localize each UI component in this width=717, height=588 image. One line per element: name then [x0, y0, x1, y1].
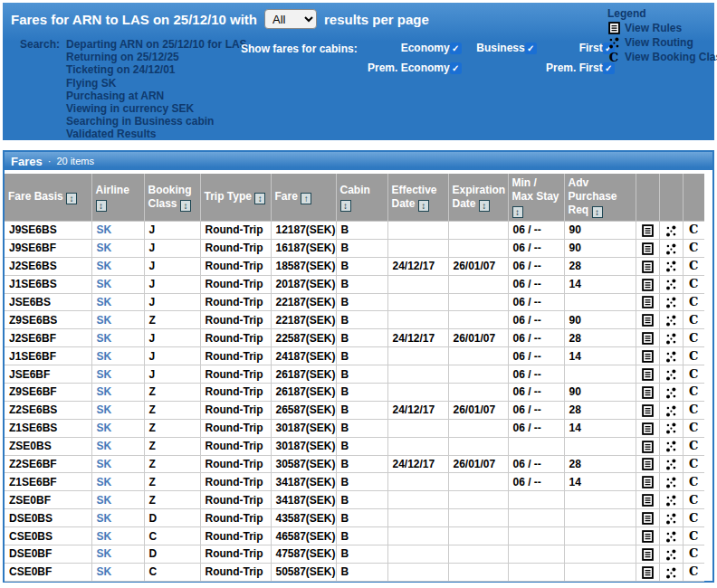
view-booking-class-button[interactable]: C [683, 545, 704, 564]
cabin-cell: B [336, 329, 387, 347]
view-routing-button[interactable] [659, 563, 683, 581]
sort-toggle-icon[interactable]: ↕ [479, 200, 490, 212]
view-booking-class-button[interactable]: C [683, 365, 704, 384]
view-routing-button[interactable] [659, 401, 683, 419]
airline-link[interactable]: SK [97, 458, 112, 470]
view-rules-button[interactable] [636, 222, 659, 240]
airline-link[interactable]: SK [97, 565, 112, 578]
view-routing-button[interactable] [659, 437, 683, 455]
view-booking-class-button[interactable]: C [683, 455, 704, 473]
view-routing-button[interactable] [659, 473, 683, 491]
view-routing-button[interactable] [659, 311, 683, 329]
airline-link[interactable]: SK [97, 440, 112, 452]
sort-toggle-icon[interactable]: ↕ [512, 206, 523, 218]
view-rules-button[interactable] [636, 419, 659, 437]
view-booking-class-button[interactable]: C [683, 473, 704, 491]
airline-link[interactable]: SK [97, 512, 112, 525]
sort-toggle-icon[interactable]: ↕ [340, 200, 351, 212]
view-booking-class-button[interactable]: C [683, 222, 704, 240]
view-routing-button[interactable] [659, 527, 683, 545]
view-rules-button[interactable] [636, 437, 659, 455]
airline-link[interactable]: SK [97, 530, 112, 543]
view-rules-button[interactable] [636, 545, 659, 564]
view-rules-button[interactable] [636, 401, 659, 419]
sort-toggle-icon[interactable]: ↕ [66, 193, 77, 204]
view-booking-class-button[interactable]: C [683, 293, 704, 311]
min-max-stay-cell: 06 / -- [508, 347, 564, 365]
view-routing-button[interactable] [659, 239, 683, 257]
view-routing-button[interactable] [659, 509, 683, 527]
view-booking-class-button[interactable]: C [683, 509, 704, 527]
view-routing-button[interactable] [659, 293, 683, 311]
view-rules-button[interactable] [636, 311, 659, 329]
airline-link[interactable]: SK [97, 260, 112, 272]
view-routing-button[interactable] [659, 347, 683, 365]
sort-ascending-icon[interactable]: ↑ [301, 193, 311, 204]
sort-toggle-icon[interactable]: ↕ [254, 193, 265, 204]
airline-link[interactable]: SK [97, 296, 112, 308]
view-rules-button[interactable] [636, 257, 659, 275]
view-routing-button[interactable] [659, 545, 683, 564]
fare-basis-cell: Z1SE6BF [5, 473, 91, 491]
airline-link[interactable]: SK [97, 350, 112, 363]
airline-link[interactable]: SK [97, 403, 112, 416]
airline-link[interactable]: SK [97, 422, 112, 434]
airline-link[interactable]: SK [97, 314, 112, 327]
view-booking-class-button[interactable]: C [683, 384, 704, 402]
view-rules-button[interactable] [636, 347, 659, 365]
view-rules-button[interactable] [636, 491, 659, 509]
airline-link[interactable]: SK [97, 332, 112, 345]
view-booking-class-button[interactable]: C [683, 257, 704, 275]
view-booking-class-button[interactable]: C [683, 401, 704, 419]
airline-link[interactable]: SK [97, 547, 112, 560]
airline-link[interactable]: SK [97, 385, 112, 398]
view-routing-button[interactable] [659, 275, 683, 293]
view-booking-class-button[interactable]: C [683, 347, 704, 365]
column-header: Fare ↑ [271, 174, 336, 222]
view-rules-button[interactable] [636, 239, 659, 257]
view-routing-button[interactable] [659, 257, 683, 275]
cabin-checkbox[interactable]: ✓ [450, 62, 462, 74]
airline-link[interactable]: SK [97, 476, 112, 488]
view-rules-button[interactable] [636, 509, 659, 527]
view-routing-button[interactable] [659, 222, 683, 240]
view-booking-class-button[interactable]: C [683, 329, 704, 347]
airline-link[interactable]: SK [97, 242, 112, 254]
view-rules-button[interactable] [636, 275, 659, 293]
view-booking-class-button[interactable]: C [683, 239, 704, 257]
view-routing-button[interactable] [659, 329, 683, 347]
view-booking-class-button[interactable]: C [683, 311, 704, 329]
view-routing-button[interactable] [659, 419, 683, 437]
view-booking-class-button[interactable]: C [683, 491, 704, 509]
view-rules-button[interactable] [636, 563, 659, 581]
airline-link[interactable]: SK [97, 278, 112, 290]
view-booking-class-button[interactable]: C [683, 563, 704, 581]
view-booking-class-button[interactable]: C [683, 527, 704, 545]
sort-toggle-icon[interactable]: ↕ [592, 206, 603, 218]
view-booking-class-button[interactable]: C [683, 419, 704, 437]
cabin-checkbox[interactable]: ✓ [450, 43, 462, 54]
view-rules-button[interactable] [636, 473, 659, 491]
cabin-cell: B [336, 437, 387, 455]
view-routing-button[interactable] [659, 455, 683, 473]
view-routing-button[interactable] [659, 365, 683, 384]
view-routing-button[interactable] [659, 491, 683, 509]
view-rules-button[interactable] [636, 293, 659, 311]
view-routing-button[interactable] [659, 384, 683, 402]
view-booking-class-button[interactable]: C [683, 437, 704, 455]
airline-link[interactable]: SK [97, 223, 112, 236]
view-rules-button[interactable] [636, 384, 659, 402]
view-rules-button[interactable] [636, 455, 659, 473]
airline-link[interactable]: SK [97, 368, 112, 381]
view-rules-button[interactable] [636, 527, 659, 545]
cabin-checkbox[interactable]: ✓ [525, 43, 537, 54]
view-booking-class-button[interactable]: C [683, 275, 704, 293]
sort-toggle-icon[interactable]: ↕ [96, 200, 107, 212]
view-rules-button[interactable] [636, 329, 659, 347]
results-per-page-select[interactable]: All [264, 9, 317, 29]
view-rules-button[interactable] [636, 365, 659, 384]
sort-toggle-icon[interactable]: ↕ [418, 200, 429, 212]
sort-toggle-icon[interactable]: ↕ [180, 200, 191, 212]
airline-link[interactable]: SK [97, 494, 112, 507]
booking-class-cell: Z [144, 437, 200, 455]
